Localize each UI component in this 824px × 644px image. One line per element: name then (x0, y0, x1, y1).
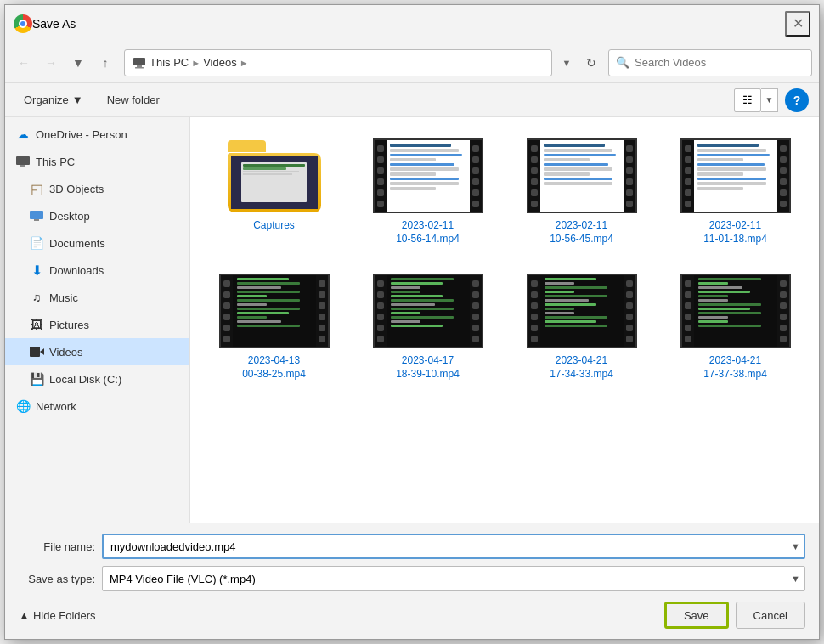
video-thumbnail (680, 273, 791, 349)
documents-icon: 📄 (29, 235, 44, 251)
3dobjects-icon: ◱ (29, 181, 44, 196)
list-item[interactable]: Captures (204, 131, 344, 252)
sidebar-item-3dobjects-label: 3D Objects (49, 183, 104, 195)
sidebar-item-desktop[interactable]: Desktop (5, 202, 189, 229)
filetype-row: Save as type: MP4 Video File (VLC) (*.mp… (19, 566, 805, 591)
list-item[interactable]: 2023-02-1111-01-18.mp4 (665, 131, 805, 252)
sidebar-item-music[interactable]: ♫ Music (5, 284, 189, 311)
view-control: ☷ ▼ (734, 88, 778, 112)
svg-rect-7 (34, 219, 39, 221)
film-holes-right (624, 140, 635, 212)
sidebar-item-onedrive[interactable]: ☁ OneDrive - Person (5, 121, 189, 148)
film-content (540, 140, 624, 212)
file-area[interactable]: Captures (190, 117, 819, 523)
hide-folders-icon: ▲ (19, 609, 30, 622)
film-content (387, 275, 470, 347)
breadcrumb-thispc[interactable]: This PC (150, 56, 189, 69)
forward-button[interactable]: → (39, 51, 63, 75)
new-folder-button[interactable]: New folder (99, 88, 168, 112)
video-thumbnail (680, 138, 791, 214)
sidebar-item-pictures[interactable]: 🖼 Pictures (5, 311, 189, 338)
film-holes-left (682, 275, 694, 347)
list-item[interactable]: 2023-04-2117-34-33.mp4 (511, 266, 652, 387)
up-button[interactable]: ↑ (93, 51, 117, 75)
svg-rect-2 (135, 67, 144, 69)
search-icon: 🔍 (616, 56, 629, 69)
film-holes-right (777, 140, 789, 212)
filetype-select[interactable]: MP4 Video File (VLC) (*.mp4) (102, 566, 805, 591)
close-button[interactable]: ✕ (785, 11, 810, 37)
bottom-actions: ▲ Hide Folders Save Cancel (19, 602, 805, 629)
organize-button[interactable]: Organize ▼ (15, 88, 92, 112)
list-item[interactable]: 2023-04-1300-38-25.mp4 (204, 266, 344, 387)
help-button[interactable]: ? (785, 88, 809, 112)
breadcrumb-bar: This PC ► Videos ► (124, 49, 552, 76)
sidebar-item-network-label: Network (36, 400, 76, 413)
history-dropdown-button[interactable]: ▼ (66, 51, 90, 75)
sidebar-item-onedrive-label: OneDrive - Person (36, 128, 127, 141)
list-item[interactable]: 2023-04-1718-39-10.mp4 (358, 266, 498, 387)
cancel-button[interactable]: Cancel (736, 602, 805, 629)
file-name: 2023-02-1110-56-14.mp4 (396, 219, 460, 246)
sidebar-item-documents[interactable]: 📄 Documents (5, 229, 189, 257)
refresh-button[interactable]: ↻ (578, 49, 605, 76)
new-folder-label: New folder (107, 93, 160, 106)
file-name: 2023-04-1718-39-10.mp4 (396, 354, 460, 381)
view-dropdown-button[interactable]: ▼ (761, 88, 778, 112)
filename-input[interactable] (102, 534, 805, 559)
svg-marker-9 (40, 348, 44, 355)
svg-rect-4 (20, 165, 25, 167)
view-icon: ☷ (742, 93, 753, 106)
filename-row: File name: ▼ (19, 534, 805, 559)
svg-rect-0 (133, 58, 145, 65)
filename-label: File name: (19, 540, 95, 553)
dialog-title: Save As (32, 17, 785, 31)
film-content (694, 140, 777, 212)
svg-rect-1 (137, 65, 142, 67)
view-button[interactable]: ☷ (734, 88, 761, 112)
save-button[interactable]: Save (664, 602, 729, 629)
sidebar-item-thispc[interactable]: This PC (5, 148, 189, 175)
film-holes-left (221, 275, 233, 347)
breadcrumb-sep-2: ► (240, 58, 249, 68)
svg-rect-3 (16, 156, 30, 165)
list-item[interactable]: 2023-04-2117-37-38.mp4 (665, 266, 805, 387)
sidebar-item-3dobjects[interactable]: ◱ 3D Objects (5, 175, 189, 202)
help-icon: ? (793, 93, 801, 107)
file-name: 2023-04-2117-37-38.mp4 (703, 354, 767, 381)
main-content: ☁ OneDrive - Person This PC ◱ 3D Objects (5, 117, 819, 523)
list-item[interactable]: 2023-02-1110-56-14.mp4 (358, 131, 498, 252)
video-thumbnail (373, 273, 483, 349)
folder-icon (228, 140, 321, 212)
sidebar-item-network[interactable]: 🌐 Network (5, 393, 189, 420)
film-strip (527, 274, 637, 348)
breadcrumb-sep-1: ► (191, 58, 200, 68)
film-strip (527, 138, 637, 213)
film-strip (680, 138, 791, 213)
chevron-down-icon: ▼ (72, 56, 84, 70)
desktop-icon (29, 208, 44, 223)
title-bar: Save As ✕ (5, 5, 819, 42)
search-box: 🔍 (608, 49, 812, 76)
onedrive-icon: ☁ (15, 127, 31, 142)
file-grid: Captures (200, 127, 809, 391)
action-buttons: Save Cancel (664, 602, 805, 629)
sidebar-item-videos-label: Videos (49, 346, 83, 359)
film-strip (219, 274, 330, 348)
toolbar: Organize ▼ New folder ☷ ▼ ? (5, 83, 819, 117)
list-item[interactable]: 2023-02-1110-56-45.mp4 (511, 131, 652, 252)
refresh-icon: ↻ (586, 56, 596, 70)
sidebar-item-videos[interactable]: Videos (5, 338, 189, 365)
sidebar-item-localdisk-label: Local Disk (C:) (49, 373, 121, 386)
file-name: 2023-04-1300-38-25.mp4 (242, 354, 306, 381)
breadcrumb-dropdown-button[interactable]: ▼ (559, 49, 574, 76)
sidebar-item-downloads[interactable]: ⬇ Downloads (5, 257, 189, 284)
hide-folders-button[interactable]: ▲ Hide Folders (19, 609, 96, 622)
breadcrumb-videos[interactable]: Videos (203, 56, 237, 69)
computer-icon (132, 55, 147, 71)
sidebar-item-localdisk[interactable]: 💾 Local Disk (C:) (5, 365, 189, 393)
sidebar-item-music-label: Music (49, 291, 78, 304)
video-thumbnail (527, 138, 637, 214)
back-button[interactable]: ← (12, 51, 36, 75)
search-input[interactable] (635, 56, 804, 69)
